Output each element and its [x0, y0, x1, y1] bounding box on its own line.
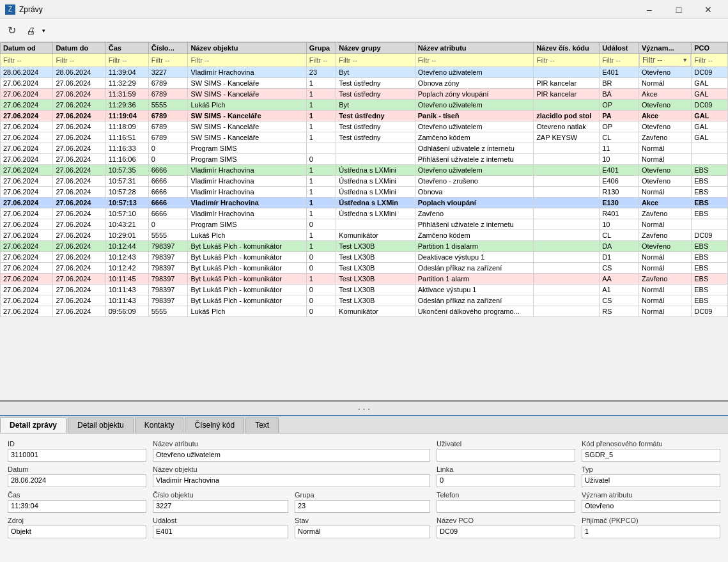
table-row[interactable]: 27.06.202427.06.202409:56:095555Lukáš Pl…: [1, 306, 728, 317]
col-header-grupa[interactable]: Grupa: [306, 43, 336, 54]
col-header-nazev-attr[interactable]: Název atributu: [415, 43, 533, 54]
table-cell: [692, 143, 728, 154]
tab-detail-objektu[interactable]: Detail objektu: [68, 418, 134, 433]
table-row[interactable]: 27.06.202427.06.202410:12:43798397Byt Lu…: [1, 252, 728, 263]
table-row[interactable]: 27.06.202427.06.202410:11:45798397Byt Lu…: [1, 274, 728, 285]
table-cell: Byt: [336, 100, 415, 111]
table-row[interactable]: 28.06.202428.06.202411:39:043227Vladimír…: [1, 67, 728, 78]
table-cell: 0: [148, 143, 188, 154]
table-cell: [336, 143, 415, 154]
print-dropdown-arrow[interactable]: ▾: [40, 22, 49, 40]
tab-ciselny-kod[interactable]: Číselný kód: [185, 418, 244, 433]
field-datum: Datum 28.06.2024: [8, 465, 146, 487]
udalost-stav-group: Událost E401 Stav Normál: [153, 517, 430, 538]
filter-vyznam[interactable]: Filtr --▼: [639, 54, 691, 66]
table-cell: Vladimír Hrachovina: [188, 67, 306, 78]
cislo-grupa-group: Číslo objektu 3227 Grupa 23: [153, 491, 430, 513]
filter-nazev-cis[interactable]: Filtr --: [534, 54, 600, 67]
table-row[interactable]: 27.06.202427.06.202410:57:106666Vladimír…: [1, 208, 728, 219]
tab-detail-zpravy[interactable]: Detail zprávy: [0, 418, 66, 433]
table-row[interactable]: 27.06.202427.06.202411:19:046789SW SIMS …: [1, 111, 728, 121]
table-cell: SW SIMS - Kanceláře: [188, 89, 306, 100]
table-cell: Otevřeno: [639, 241, 691, 252]
table-cell: [692, 219, 728, 230]
table-cell: Obnova zóny: [415, 78, 533, 89]
maximize-button[interactable]: □: [664, 0, 693, 19]
table-row[interactable]: 27.06.202427.06.202410:11:43798397Byt Lu…: [1, 285, 728, 295]
table-cell: Ukončení dálkového programo...: [415, 306, 533, 317]
col-header-pco[interactable]: PCO: [692, 43, 728, 54]
id-value: 3110001: [8, 449, 146, 462]
table-cell: Vladimír Hrachovina: [188, 208, 306, 219]
table-row[interactable]: 27.06.202427.06.202410:57:136666Vladimír…: [1, 198, 728, 208]
filter-pco[interactable]: Filtr --: [692, 54, 728, 67]
table-row[interactable]: 27.06.202427.06.202411:29:365555Lukáš Pl…: [1, 100, 728, 111]
filter-datum-od[interactable]: Filtr --: [1, 54, 53, 67]
table-row[interactable]: 27.06.202427.06.202411:32:296789SW SIMS …: [1, 78, 728, 89]
table-cell: 28.06.2024: [1, 67, 53, 78]
table-cell: 27.06.2024: [1, 252, 53, 263]
table-cell: 6666: [148, 208, 188, 219]
filter-cislo[interactable]: Filtr --: [148, 54, 188, 67]
table-cell: [692, 154, 728, 165]
table-cell: 1: [306, 100, 336, 111]
col-header-udalost[interactable]: Událost: [600, 43, 639, 54]
filter-udalost[interactable]: Filtr --: [600, 54, 639, 67]
print-button[interactable]: 🖨: [22, 22, 40, 40]
table-cell: Otevřeno: [639, 165, 691, 176]
filter-cas[interactable]: Filtr --: [105, 54, 148, 67]
col-header-nazev-grupy[interactable]: Název grupy: [336, 43, 415, 54]
table-wrapper[interactable]: Datum od Datum do Čas Číslo... Název obj…: [0, 42, 728, 400]
table-cell: D1: [600, 252, 639, 263]
table-row[interactable]: 27.06.202427.06.202410:57:356666Vladimír…: [1, 165, 728, 176]
col-header-datum-od[interactable]: Datum od: [1, 43, 53, 54]
table-cell: 10:11:43: [105, 285, 148, 295]
col-header-nazev-obj[interactable]: Název objektu: [188, 43, 306, 54]
datum-label: Datum: [8, 465, 146, 473]
refresh-button[interactable]: ↻: [3, 22, 20, 40]
field-prijimac: Přijímač (PKPCO) 1: [582, 517, 720, 538]
filter-nazev-attr[interactable]: Filtr --: [415, 54, 533, 67]
table-cell: 27.06.2024: [1, 78, 53, 89]
table-cell: Ústředna s LXMin: [336, 198, 415, 208]
field-nazev-attr: Název atributu Otevřeno uživatelem: [153, 440, 430, 462]
col-header-cas[interactable]: Čas: [105, 43, 148, 54]
filter-nazev-grupy[interactable]: Filtr --: [336, 54, 415, 67]
tab-kontakty[interactable]: Kontakty: [135, 418, 184, 433]
table-cell: 27.06.2024: [53, 111, 105, 121]
tab-text[interactable]: Text: [245, 418, 279, 433]
filter-datum-do[interactable]: Filtr --: [53, 54, 105, 67]
expand-handle[interactable]: · · ·: [0, 402, 728, 415]
udalost-value: E401: [153, 526, 288, 538]
filter-grupa[interactable]: Filtr --: [306, 54, 336, 67]
table-cell: 11:16:51: [105, 132, 148, 143]
col-header-nazev-cis[interactable]: Název čís. kódu: [534, 43, 600, 54]
table-cell: GAL: [692, 89, 728, 100]
table-row[interactable]: 27.06.202427.06.202410:57:316666Vladimír…: [1, 176, 728, 187]
minimize-button[interactable]: –: [635, 0, 664, 19]
table-row[interactable]: 27.06.202427.06.202411:16:060Program SIM…: [1, 154, 728, 165]
table-row[interactable]: 27.06.202427.06.202411:18:096789SW SIMS …: [1, 121, 728, 132]
uzivatel-value: [437, 449, 575, 462]
table-row[interactable]: 27.06.202427.06.202410:11:43798397Byt Lu…: [1, 295, 728, 306]
table-cell: 1: [306, 89, 336, 100]
table-row[interactable]: 27.06.202427.06.202410:12:42798397Byt Lu…: [1, 263, 728, 274]
table-cell: BR: [600, 78, 639, 89]
col-header-vyznam[interactable]: Význam...: [639, 43, 691, 54]
table-cell: [534, 187, 600, 198]
table-row[interactable]: 27.06.202427.06.202410:29:015555Lukáš Pl…: [1, 230, 728, 241]
table-cell: ZAP KEYSW: [534, 132, 600, 143]
table-row[interactable]: 27.06.202427.06.202410:12:44798397Byt Lu…: [1, 241, 728, 252]
table-cell: Vladimír Hrachovina: [188, 165, 306, 176]
col-header-datum-do[interactable]: Datum do: [53, 43, 105, 54]
close-button[interactable]: ✕: [693, 0, 723, 19]
table-row[interactable]: 27.06.202427.06.202411:16:516789SW SIMS …: [1, 132, 728, 143]
table-row[interactable]: 27.06.202427.06.202410:43:210Program SIM…: [1, 219, 728, 230]
table-row[interactable]: 27.06.202427.06.202411:16:330Program SIM…: [1, 143, 728, 154]
table-row[interactable]: 27.06.202427.06.202410:57:286666Vladimír…: [1, 187, 728, 198]
table-row[interactable]: 27.06.202427.06.202411:31:596789SW SIMS …: [1, 89, 728, 100]
filter-nazev-obj[interactable]: Filtr --: [188, 54, 306, 67]
table-cell: 27.06.2024: [1, 295, 53, 306]
col-header-cislo[interactable]: Číslo...: [148, 43, 188, 54]
table-cell: Partition 1 alarm: [415, 274, 533, 285]
